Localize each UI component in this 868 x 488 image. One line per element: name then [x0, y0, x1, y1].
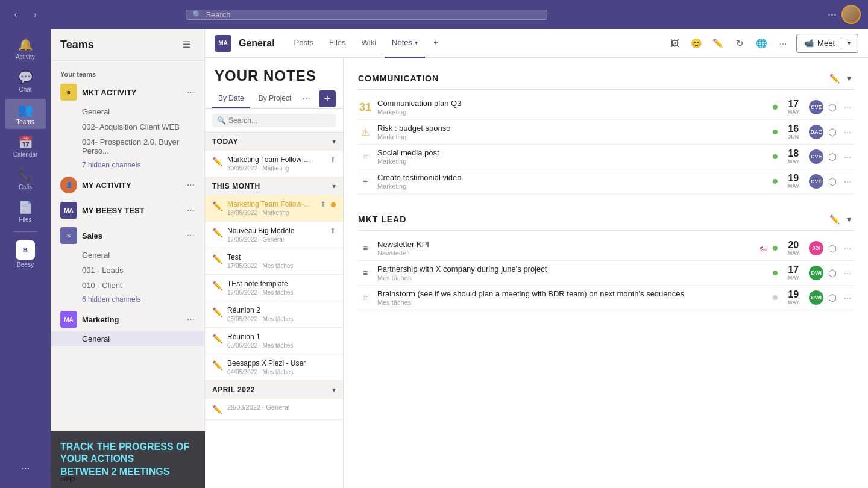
sidebar-item-beesy[interactable]: B Beesy: [5, 237, 46, 272]
sidebar-item-calls[interactable]: 📞 Calls: [5, 164, 46, 194]
top-bar-right: ···: [828, 5, 861, 24]
april-chevron-icon[interactable]: ▾: [332, 386, 336, 394]
notes-search-input[interactable]: [228, 116, 331, 125]
row-avatar: JDI: [809, 241, 823, 255]
list-item[interactable]: ✏️ Marketing Team Follow-... 30/05/2022 …: [205, 151, 343, 177]
row-more-icon[interactable]: ···: [841, 293, 854, 302]
tab-notes[interactable]: Notes ▾: [385, 29, 425, 58]
list-item[interactable]: ✏️ TEst note template 17/05/2022 · Mes t…: [205, 275, 343, 301]
row-dot: [773, 179, 778, 184]
channel-general-sales[interactable]: General: [51, 248, 204, 263]
sales-more-icon[interactable]: ···: [187, 230, 195, 241]
row-more-icon[interactable]: ···: [841, 127, 854, 137]
forward-button[interactable]: ›: [27, 6, 43, 23]
team-marketing-header[interactable]: MA Marketing ···: [51, 307, 204, 331]
team-mkt-activity: B MKT ACTIVITY ··· General 002- Acquisit…: [51, 80, 204, 172]
note-dot: [331, 202, 336, 207]
sidebar-item-calendar[interactable]: 📅 Calendar: [5, 131, 46, 161]
refresh-button[interactable]: ↻: [731, 35, 748, 52]
team-mkt-activity-header[interactable]: B MKT ACTIVITY ···: [51, 80, 204, 104]
chat-label: Chat: [19, 86, 31, 93]
header-more-button[interactable]: ···: [775, 35, 791, 52]
channel-general-marketing[interactable]: General: [51, 331, 204, 346]
row-dot: [773, 154, 778, 159]
collapse-group-button[interactable]: ▾: [844, 213, 854, 225]
sales-hidden-channels[interactable]: 6 hidden channels: [51, 293, 204, 306]
today-label: TODAY: [212, 137, 238, 146]
sidebar-item-teams[interactable]: 👥 Teams: [5, 99, 46, 129]
row-more-icon[interactable]: ···: [841, 152, 854, 161]
notes-left-panel: YOUR NOTES By Date By Project ··· + 🔍: [205, 58, 344, 488]
team-my-activity-header[interactable]: 👤 MY ACTIVITY ···: [51, 173, 204, 197]
edit-group-button[interactable]: ✏️: [827, 72, 842, 84]
row-content: Create testimonial video Marketing: [377, 173, 768, 190]
row-title: Partnership with X company during june's…: [377, 264, 768, 274]
tab-posts[interactable]: Posts: [287, 29, 321, 58]
list-item[interactable]: ✏️ Réunion 1 05/05/2022 · Mes tâches: [205, 328, 343, 354]
meet-button[interactable]: 📹 Meet ▾: [796, 34, 858, 53]
channel-prospection[interactable]: 004- Prospection 2.0, Buyer Perso...: [51, 134, 204, 158]
this-month-chevron-icon[interactable]: ▾: [332, 182, 336, 190]
filter-button[interactable]: ☰: [178, 36, 195, 53]
tab-by-project[interactable]: By Project: [253, 89, 298, 108]
meet-separator: [841, 37, 841, 49]
files-label: Files: [19, 216, 31, 223]
sidebar-content: Your teams B MKT ACTIVITY ··· General 00…: [51, 61, 204, 469]
notes-tabs-more-icon[interactable]: ···: [300, 93, 312, 104]
list-item[interactable]: ✏️ Marketing Team Follow-... 18/05/2022 …: [205, 195, 343, 222]
list-item[interactable]: ✏️ Test 17/05/2022 · Mes tâches: [205, 248, 343, 275]
note-meta: 17/05/2022 · General: [227, 236, 325, 243]
list-item[interactable]: ✏️ 29/03/2022 · General: [205, 399, 343, 420]
nav-bottom: ···: [5, 458, 46, 483]
people-button[interactable]: 😊: [688, 35, 705, 52]
my-beesy-test-avatar: MA: [60, 202, 77, 219]
calls-icon: 📞: [18, 167, 33, 182]
row-more-icon[interactable]: ···: [841, 102, 854, 112]
marketing-more-icon[interactable]: ···: [187, 314, 195, 325]
notes-tabs: By Date By Project ··· +: [205, 89, 343, 109]
more-options-icon[interactable]: ···: [828, 8, 837, 21]
list-item[interactable]: ✏️ Réunion 2 05/05/2022 · Mes tâches: [205, 301, 343, 328]
globe-button[interactable]: 🌐: [753, 35, 770, 52]
channel-010-client[interactable]: 010 - Client: [51, 278, 204, 293]
emoji-button[interactable]: 🖼: [666, 35, 683, 52]
april-section-header: APRIL 2022 ▾: [205, 381, 343, 399]
my-activity-more-icon[interactable]: ···: [187, 180, 195, 190]
nav-more[interactable]: ···: [5, 458, 46, 478]
mkt-hidden-channels[interactable]: 7 hidden channels: [51, 158, 204, 172]
mkt-activity-more-icon[interactable]: ···: [187, 87, 195, 98]
collapse-group-button[interactable]: ▾: [844, 72, 854, 84]
user-avatar[interactable]: [841, 5, 861, 24]
tab-by-date[interactable]: By Date: [212, 89, 250, 108]
notes-add-button[interactable]: +: [319, 90, 336, 107]
note-name: TEst note template: [227, 280, 336, 288]
channel-general-mkt[interactable]: General: [51, 104, 204, 119]
tab-files[interactable]: Files: [322, 29, 353, 58]
tab-add[interactable]: +: [426, 29, 445, 58]
channel-001-leads[interactable]: 001 - Leads: [51, 263, 204, 278]
sales-name: Sales: [82, 231, 182, 240]
notes-search-inner[interactable]: 🔍: [212, 114, 336, 127]
row-more-icon[interactable]: ···: [841, 177, 854, 186]
sidebar-item-chat[interactable]: 💬 Chat: [5, 66, 46, 96]
sidebar-item-files[interactable]: 📄 Files: [5, 196, 46, 227]
edit-button[interactable]: ✏️: [709, 35, 726, 52]
row-more-icon[interactable]: ···: [841, 243, 854, 253]
calendar-icon: 📅: [18, 135, 33, 149]
search-input[interactable]: [206, 10, 541, 19]
sidebar-item-activity[interactable]: 🔔 Activity: [5, 34, 46, 64]
row-more-icon[interactable]: ···: [841, 268, 854, 278]
list-item[interactable]: ✏️ Nouveau Big Modèle 17/05/2022 · Gener…: [205, 222, 343, 248]
today-chevron-icon[interactable]: ▾: [332, 137, 336, 146]
my-beesy-test-more-icon[interactable]: ···: [187, 205, 195, 216]
back-button[interactable]: ‹: [7, 6, 24, 23]
channel-acquisition[interactable]: 002- Acquisition Client WEB: [51, 119, 204, 134]
tab-wiki[interactable]: Wiki: [354, 29, 384, 58]
search-bar[interactable]: 🔍: [186, 10, 547, 20]
team-sales-header[interactable]: S Sales ···: [51, 224, 204, 248]
edit-group-button[interactable]: ✏️: [827, 213, 842, 225]
table-row: ≡ Create testimonial video Marketing 19 …: [358, 169, 854, 194]
row-subtitle: Marketing: [377, 133, 768, 140]
team-my-beesy-test-header[interactable]: MA MY BEESY TEST ···: [51, 198, 204, 222]
list-item[interactable]: ✏️ Beesapps X Plezi - User 04/05/2022 · …: [205, 354, 343, 381]
